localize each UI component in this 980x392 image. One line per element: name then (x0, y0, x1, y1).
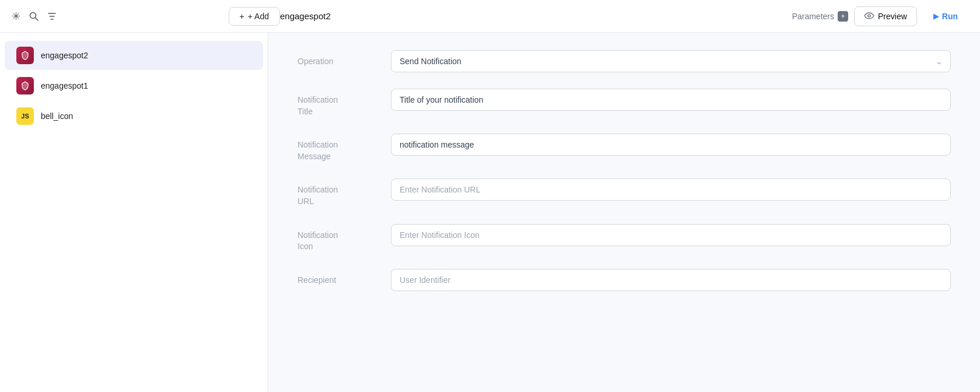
notification-title-row: NotificationTitle (298, 89, 951, 117)
notification-title-input[interactable] (391, 89, 951, 111)
topbar-title: engagespot2 (280, 11, 331, 21)
play-icon: ▶ (933, 12, 939, 20)
eye-icon (864, 11, 874, 22)
run-label: Run (942, 12, 958, 21)
engagespot2-icon (16, 47, 34, 64)
recipient-input[interactable] (391, 269, 951, 291)
notification-icon-field (391, 224, 951, 246)
operation-field: Send Notification Send Email Send SMS ⌄ (391, 50, 951, 72)
add-button[interactable]: + + Add (229, 7, 280, 26)
operation-select[interactable]: Send Notification Send Email Send SMS (391, 50, 951, 72)
engagespot1-icon (16, 77, 34, 94)
sidebar-item-label: engagespot1 (41, 81, 88, 90)
sidebar-item-bell-icon[interactable]: JS bell_icon (5, 102, 263, 131)
svg-point-2 (868, 15, 870, 17)
notification-icon-row: NotificationIcon (298, 224, 951, 253)
recipient-row: Reciepient (298, 269, 951, 291)
notification-message-label: NotificationMessage (298, 134, 391, 162)
operation-label: Operation (298, 50, 391, 68)
pin-icon[interactable]: ✳ (12, 10, 20, 23)
topbar-right: Parameters + Preview ▶ Run (792, 6, 968, 26)
parameters-label: Parameters (792, 12, 834, 21)
operation-select-wrapper: Send Notification Send Email Send SMS ⌄ (391, 50, 951, 72)
operation-row: Operation Send Notification Send Email S… (298, 50, 951, 72)
sidebar-item-label: engagespot2 (41, 51, 88, 60)
sidebar-item-label: bell_icon (41, 111, 73, 121)
add-plus-icon: + (240, 12, 244, 21)
bell-icon-js-badge: JS (16, 107, 34, 125)
run-button[interactable]: ▶ Run (923, 8, 968, 25)
svg-line-1 (36, 18, 38, 20)
topbar: ✳ + + Add engagespot2 Parameters + (0, 0, 980, 33)
preview-label: Preview (878, 12, 907, 21)
notification-message-field (391, 134, 951, 156)
recipient-label: Reciepient (298, 269, 391, 286)
topbar-left: ✳ + + Add (12, 7, 280, 26)
notification-url-row: NotificationURL (298, 178, 951, 207)
main-content: engagespot2 engagespot1 JS bell_icon Ope… (0, 33, 980, 392)
notification-url-input[interactable] (391, 178, 951, 201)
sidebar: engagespot2 engagespot1 JS bell_icon (0, 33, 268, 392)
notification-title-field (391, 89, 951, 111)
notification-message-row: NotificationMessage (298, 134, 951, 162)
parameters-button[interactable]: Parameters + (792, 11, 848, 22)
sidebar-item-engagespot2[interactable]: engagespot2 (5, 41, 263, 70)
form-panel: Operation Send Notification Send Email S… (268, 33, 980, 392)
notification-url-label: NotificationURL (298, 178, 391, 207)
add-label: + Add (248, 12, 269, 21)
notification-icon-input[interactable] (391, 224, 951, 246)
recipient-field (391, 269, 951, 291)
notification-title-label: NotificationTitle (298, 89, 391, 117)
notification-message-input[interactable] (391, 134, 951, 156)
search-icon[interactable] (29, 11, 39, 22)
preview-button[interactable]: Preview (854, 6, 917, 26)
sidebar-item-engagespot1[interactable]: engagespot1 (5, 71, 263, 100)
filter-icon[interactable] (47, 12, 57, 21)
parameters-plus-icon: + (838, 11, 848, 22)
topbar-center: engagespot2 (280, 11, 792, 21)
notification-url-field (391, 178, 951, 201)
notification-icon-label: NotificationIcon (298, 224, 391, 253)
